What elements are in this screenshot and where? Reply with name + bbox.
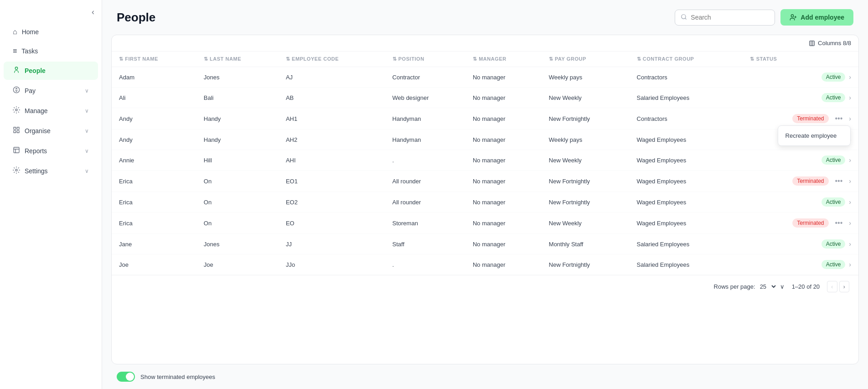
cell-first-name: Erica	[112, 171, 196, 192]
cell-position: .	[385, 254, 465, 275]
show-terminated-toggle[interactable]	[117, 372, 135, 382]
cell-last-name: Handy	[196, 130, 279, 150]
next-page-button[interactable]: ›	[839, 281, 849, 292]
cell-last-name: Joe	[196, 254, 279, 275]
cell-manager: No manager	[465, 171, 542, 192]
cell-manager: No manager	[465, 130, 542, 150]
table-row[interactable]: Erica On EO1 All rounder No manager New …	[112, 171, 858, 192]
collapse-button[interactable]: ‹	[92, 7, 94, 17]
svg-point-10	[791, 15, 794, 17]
table-row[interactable]: Joe Joe JJo . No manager New Fortnightly…	[112, 254, 858, 275]
status-badge: Active	[822, 93, 846, 102]
search-icon	[681, 14, 687, 21]
table-row[interactable]: Erica On EO2 All rounder No manager New …	[112, 192, 858, 213]
cell-pay-group: Weekly pays	[542, 67, 630, 88]
table-row[interactable]: Erica On EO Storeman No manager New Week…	[112, 213, 858, 234]
page-title: People	[117, 10, 155, 25]
col-pay-group[interactable]: ⇅ PAY GROUP	[542, 52, 630, 67]
chevron-right-icon: ›	[849, 198, 851, 206]
chevron-down-icon: ∨	[85, 108, 89, 114]
row-actions: Terminated ••• ›	[750, 114, 851, 124]
search-input[interactable]	[691, 14, 769, 21]
cell-contract-group: Waged Employees	[630, 130, 743, 150]
row-actions: Terminated ••• ›	[750, 176, 851, 186]
cell-employee-code: AB	[279, 88, 385, 108]
add-employee-button[interactable]: Add employee	[780, 9, 853, 26]
sidebar-item-tasks[interactable]: ≡ Tasks	[4, 42, 98, 60]
sidebar-item-label: Manage	[25, 107, 48, 114]
col-first-name[interactable]: ⇅ FIRST NAME	[112, 52, 196, 67]
sidebar-item-manage[interactable]: Manage ∨	[4, 102, 98, 120]
status-badge: Active	[822, 260, 846, 269]
show-terminated-label: Show terminated employees	[140, 373, 215, 380]
cell-first-name: Annie	[112, 150, 196, 171]
cell-manager: No manager	[465, 234, 542, 254]
sidebar-collapse[interactable]: ‹	[0, 7, 102, 22]
cell-position: All rounder	[385, 171, 465, 192]
organise-icon	[13, 126, 20, 135]
sidebar-item-organise[interactable]: Organise ∨	[4, 122, 98, 140]
more-actions-button[interactable]: •••	[832, 218, 846, 228]
cell-last-name: On	[196, 171, 279, 192]
col-employee-code[interactable]: ⇅ EMPLOYEE CODE	[279, 52, 385, 67]
col-manager[interactable]: ⇅ MANAGER	[465, 52, 542, 67]
cell-contract-group: Salaried Employees	[630, 254, 743, 275]
sidebar-item-home[interactable]: ⌂ Home	[4, 23, 98, 41]
cell-pay-group: New Fortnightly	[542, 171, 630, 192]
col-position[interactable]: ⇅ POSITION	[385, 52, 465, 67]
cell-status: Active ›	[743, 254, 858, 275]
chevron-right-icon: ›	[849, 115, 851, 122]
context-menu: Recreate employee	[778, 125, 851, 146]
sidebar-item-people[interactable]: People	[4, 62, 98, 80]
cell-manager: No manager	[465, 150, 542, 171]
svg-point-8	[16, 169, 17, 171]
table-body: Adam Jones AJ Contractor No manager Week…	[112, 67, 858, 275]
col-status[interactable]: ⇅ STATUS	[743, 52, 858, 67]
table-row[interactable]: Jane Jones JJ Staff No manager Monthly S…	[112, 234, 858, 254]
pay-icon	[13, 86, 20, 95]
status-badge: Terminated	[792, 176, 828, 186]
svg-rect-3	[14, 127, 16, 130]
prev-page-button[interactable]: ‹	[827, 281, 837, 292]
search-box[interactable]	[675, 10, 775, 26]
cell-pay-group: New Weekly	[542, 88, 630, 108]
svg-rect-13	[810, 41, 815, 46]
svg-rect-6	[17, 130, 19, 133]
cell-manager: No manager	[465, 67, 542, 88]
table-row[interactable]: Andy Handy AH1 Handyman No manager New F…	[112, 108, 858, 130]
cell-pay-group: New Fortnightly	[542, 108, 630, 130]
add-person-icon	[790, 14, 797, 21]
cell-status: Active ›	[743, 234, 858, 254]
table-row[interactable]: Ali Bali AB Web designer No manager New …	[112, 88, 858, 108]
cell-employee-code: EO1	[279, 171, 385, 192]
employee-table: ⇅ FIRST NAME ⇅ LAST NAME ⇅ EMPLOYEE CODE…	[112, 52, 858, 275]
col-last-name[interactable]: ⇅ LAST NAME	[196, 52, 279, 67]
sidebar-item-reports[interactable]: Reports ∨	[4, 142, 98, 160]
row-actions: Terminated ••• ›	[750, 218, 851, 228]
chevron-down-icon: ∨	[85, 168, 89, 174]
cell-status: Active ›	[743, 67, 858, 88]
table-row[interactable]: Andy Handy AH2 Handyman No manager Weekl…	[112, 130, 858, 150]
cell-contract-group: Contractors	[630, 67, 743, 88]
rows-per-page: Rows per page: 25 50 100 ∨	[714, 283, 785, 290]
more-actions-button[interactable]: •••	[832, 114, 846, 124]
cell-manager: No manager	[465, 213, 542, 234]
row-actions: Active ›	[750, 93, 851, 102]
table-row[interactable]: Adam Jones AJ Contractor No manager Week…	[112, 67, 858, 88]
chevron-right-icon: ›	[849, 156, 851, 164]
columns-button[interactable]: Columns 8/8	[809, 40, 851, 47]
col-contract-group[interactable]: ⇅ CONTRACT GROUP	[630, 52, 743, 67]
cell-employee-code: AH1	[279, 108, 385, 130]
rows-per-page-select[interactable]: 25 50 100	[758, 283, 777, 290]
sidebar-item-pay[interactable]: Pay ∨	[4, 82, 98, 100]
more-actions-button[interactable]: •••	[832, 176, 846, 186]
cell-status: Active ›	[743, 150, 858, 171]
table-row[interactable]: Annie Hill AHI . No manager New Weekly W…	[112, 150, 858, 171]
sidebar-item-settings[interactable]: Settings ∨	[4, 162, 98, 180]
sidebar-item-label: Organise	[25, 127, 51, 135]
recreate-employee-menu-item[interactable]: Recreate employee	[778, 129, 850, 143]
svg-point-1	[13, 87, 19, 93]
cell-first-name: Andy	[112, 108, 196, 130]
table-header-row: ⇅ FIRST NAME ⇅ LAST NAME ⇅ EMPLOYEE CODE…	[112, 52, 858, 67]
sidebar-item-label: Settings	[25, 167, 48, 175]
